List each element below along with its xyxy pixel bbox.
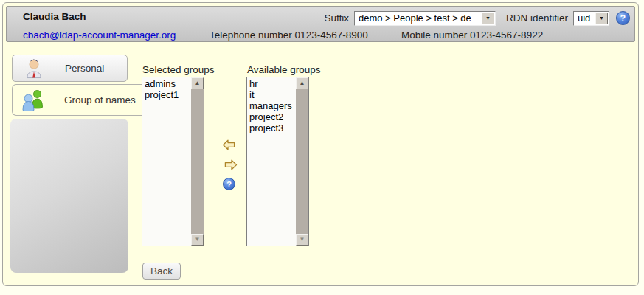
mobile-label: Mobile number — [401, 30, 467, 41]
tab-personal[interactable]: Personal — [12, 55, 128, 82]
available-groups-listbox[interactable]: hritmanagersproject2project3 ▲ ▼ — [246, 77, 309, 246]
available-groups-label: Available groups — [247, 64, 321, 75]
scroll-down-icon[interactable]: ▼ — [296, 234, 308, 246]
selected-groups-items: adminsproject1 — [142, 78, 191, 246]
help-icon[interactable]: ? — [616, 11, 630, 25]
sidebar-item-label: Group of names — [64, 94, 136, 105]
list-item[interactable]: hr — [247, 78, 296, 89]
tab-group-of-names[interactable]: Group of names — [12, 84, 143, 116]
scroll-up-icon[interactable]: ▲ — [191, 77, 204, 89]
rdn-select-value: uid — [574, 13, 595, 24]
suffix-select[interactable]: demo > People > test > de ▼ — [354, 11, 496, 26]
list-item[interactable]: project1 — [142, 89, 191, 100]
header-controls: Suffix demo > People > test > de ▼ RDN i… — [319, 10, 630, 26]
list-item[interactable]: managers — [247, 100, 296, 111]
scrollbar[interactable]: ▲ ▼ — [296, 77, 308, 246]
help-icon[interactable]: ? — [223, 178, 235, 190]
available-groups-items: hritmanagersproject2project3 — [247, 78, 296, 246]
suffix-select-value: demo > People > test > de — [355, 13, 482, 24]
scrollbar[interactable]: ▲ ▼ — [191, 77, 204, 246]
account-header: Claudia Bach Suffix demo > People > test… — [6, 6, 635, 42]
sidebar-item-label: Personal — [65, 63, 104, 74]
list-item[interactable]: it — [247, 89, 296, 100]
sidebar-panel — [10, 119, 128, 273]
page-frame: Claudia Bach Suffix demo > People > test… — [2, 2, 639, 286]
mobile-value: 0123-4567-8922 — [470, 30, 543, 41]
rdn-identifier-select[interactable]: uid ▼ — [573, 11, 609, 26]
telephone-number: Telephone number 0123-4567-8900 — [210, 30, 368, 41]
list-item[interactable]: project2 — [247, 111, 296, 122]
scroll-down-icon[interactable]: ▼ — [191, 234, 204, 246]
page-title: Claudia Bach — [23, 11, 86, 22]
selected-groups-label: Selected groups — [142, 64, 215, 75]
list-item[interactable]: admins — [142, 78, 191, 89]
chevron-down-icon[interactable]: ▼ — [482, 13, 494, 24]
telephone-value: 0123-4567-8900 — [295, 30, 368, 41]
group-icon — [21, 88, 44, 111]
scroll-up-icon[interactable]: ▲ — [296, 77, 308, 89]
email-link[interactable]: cbach@ldap-account-manager.org — [23, 30, 176, 41]
telephone-label: Telephone number — [210, 30, 292, 41]
suffix-label: Suffix — [324, 13, 349, 24]
person-icon — [24, 58, 44, 79]
mobile-number: Mobile number 0123-4567-8922 — [401, 30, 543, 41]
list-item[interactable]: project3 — [247, 122, 296, 133]
selected-groups-listbox[interactable]: adminsproject1 ▲ ▼ — [142, 77, 204, 246]
move-right-arrow-icon[interactable] — [224, 159, 238, 170]
move-left-arrow-icon[interactable] — [222, 139, 235, 150]
rdn-identifier-label: RDN identifier — [506, 13, 568, 24]
chevron-down-icon[interactable]: ▼ — [595, 13, 608, 24]
back-button[interactable]: Back — [142, 263, 181, 280]
